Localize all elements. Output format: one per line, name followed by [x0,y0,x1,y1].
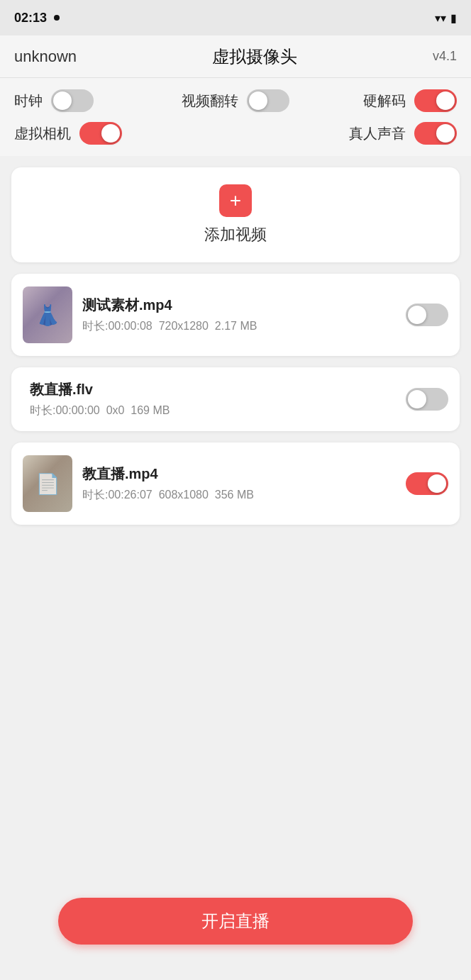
status-left: 02:13 [14,11,60,26]
header-version: v4.1 [433,49,457,64]
video-name-1: 测试素材.mp4 [82,296,396,315]
hard-decode-knob [436,91,455,110]
status-dot [54,15,60,21]
virtual-camera-toggle[interactable] [79,122,122,145]
status-bar: 02:13 ▾▾ ▮ [0,0,471,35]
hard-decode-toggle[interactable] [414,89,457,112]
video-thumbnail-1: 👗 [23,286,72,343]
control-virtual-camera: 虚拟相机 [14,122,236,145]
add-video-button[interactable]: + [219,184,252,217]
main-content: + 添加视频 👗 测试素材.mp4 时长:00:00:08 720x1280 2… [0,156,471,794]
real-voice-knob [436,124,455,143]
control-hard-decode: 硬解码 [318,89,457,112]
video-item-2: 教直播.flv 时长:00:00:00 0x0 169 MB [11,367,460,431]
thumbnail-person-3: 📄 [35,472,60,496]
video-flip-toggle[interactable] [247,89,289,112]
controls-row-1: 时钟 视频翻转 硬解码 [14,89,457,112]
video-flip-label: 视频翻转 [182,91,238,111]
virtual-camera-knob [101,124,120,143]
thumbnail-person-1: 👗 [35,304,60,327]
start-button-area: 开启直播 [58,898,413,945]
status-icons: ▾▾ ▮ [435,11,457,25]
start-live-button[interactable]: 开启直播 [58,898,413,945]
clock-toggle[interactable] [51,89,94,112]
video-flip-knob [249,91,267,110]
video-name-3: 教直播.mp4 [82,464,396,484]
real-voice-label: 真人声音 [349,124,406,143]
video-meta-2: 时长:00:00:00 0x0 169 MB [30,403,396,418]
control-video-flip: 视频翻转 [153,89,318,112]
video-info-1: 测试素材.mp4 时长:00:00:08 720x1280 2.17 MB [82,296,396,334]
add-video-label: 添加视频 [204,224,267,245]
header-title: 虚拟摄像头 [212,45,297,68]
header-unknown-label: unknown [14,48,77,66]
video-3-toggle-knob [428,474,446,493]
control-clock: 时钟 [14,89,153,112]
add-video-card: + 添加视频 [11,167,460,262]
video-2-toggle-knob [408,390,426,408]
video-1-toggle[interactable] [406,304,448,326]
video-toggle-area-2 [406,388,448,411]
plus-icon: + [230,191,241,211]
clock-label: 时钟 [14,91,43,111]
thumbnail-image-1: 👗 [23,286,72,343]
video-meta-3: 时长:00:26:07 608x1080 356 MB [82,488,396,503]
video-1-toggle-knob [408,306,426,324]
battery-icon: ▮ [450,11,457,25]
video-item-1: 👗 测试素材.mp4 时长:00:00:08 720x1280 2.17 MB [11,274,460,356]
video-toggle-area-1 [406,304,448,326]
video-info-3: 教直播.mp4 时长:00:26:07 608x1080 356 MB [82,464,396,503]
thumbnail-image-3: 📄 [23,455,72,512]
header: unknown 虚拟摄像头 v4.1 [0,35,471,78]
video-meta-1: 时长:00:00:08 720x1280 2.17 MB [82,319,396,334]
video-item-3: 📄 教直播.mp4 时长:00:26:07 608x1080 356 MB [11,442,460,525]
wifi-icon: ▾▾ [435,11,446,25]
controls-section: 时钟 视频翻转 硬解码 虚拟相机 真人声音 [0,78,471,156]
video-2-toggle[interactable] [406,388,448,411]
virtual-camera-label: 虚拟相机 [14,124,71,143]
clock-toggle-knob [53,91,72,110]
start-live-label: 开启直播 [201,910,270,932]
video-thumbnail-3: 📄 [23,455,72,512]
video-toggle-area-3 [406,472,448,495]
video-3-toggle[interactable] [406,472,448,495]
real-voice-toggle[interactable] [414,122,457,145]
hard-decode-label: 硬解码 [363,91,406,111]
control-real-voice: 真人声音 [236,122,457,145]
video-name-2: 教直播.flv [30,380,396,399]
video-info-2: 教直播.flv 时长:00:00:00 0x0 169 MB [23,380,396,418]
controls-row-2: 虚拟相机 真人声音 [14,122,457,145]
status-time: 02:13 [14,11,47,26]
